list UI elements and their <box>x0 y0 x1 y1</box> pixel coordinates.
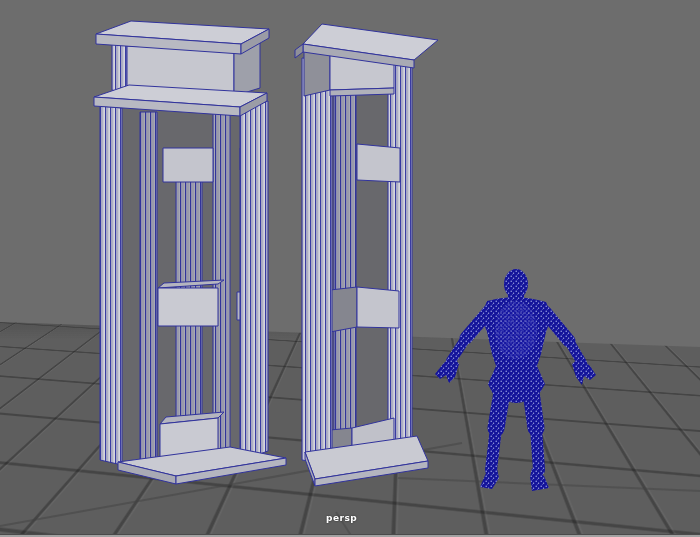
tower-column <box>240 101 268 461</box>
tower-column <box>334 85 356 455</box>
scene-objects <box>0 0 700 537</box>
character-left-foot <box>480 466 499 489</box>
tower-column <box>388 42 412 458</box>
tower-panel <box>163 148 213 182</box>
elevator-tower-right[interactable] <box>295 24 438 486</box>
tower-column <box>100 106 122 465</box>
tower-head-bottom <box>330 88 394 96</box>
tower-cap-tip <box>295 44 303 58</box>
tower-column <box>302 58 332 464</box>
tower-column <box>213 112 230 460</box>
character-right-hand <box>572 357 596 385</box>
camera-label: persp <box>326 513 357 523</box>
elevator-tower-left[interactable] <box>94 21 286 484</box>
tower-panel <box>357 144 400 182</box>
viewport-persp[interactable]: persp <box>0 0 700 537</box>
tower-panel <box>158 288 218 326</box>
tower-panel <box>357 287 399 328</box>
character-left-calf <box>491 428 496 470</box>
tower-column <box>140 112 157 460</box>
character-right-calf <box>536 428 539 470</box>
tower-panel-side <box>330 287 357 332</box>
character-chest-highlight <box>495 301 537 359</box>
humanoid-character[interactable] <box>435 269 596 491</box>
